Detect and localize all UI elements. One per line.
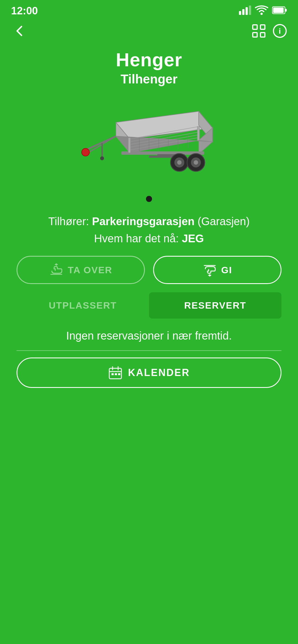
trailer-image	[72, 100, 226, 183]
svg-text:i: i	[279, 27, 281, 35]
who-has-prefix: Hvem har det nå:	[94, 232, 182, 245]
top-nav: i	[0, 19, 298, 46]
carousel-dots	[0, 191, 298, 210]
carousel-dot-1[interactable]	[146, 196, 152, 202]
info-text-section: Tilhører: Parkeringsgarasjen (Garasjen) …	[0, 210, 298, 253]
signal-icon	[239, 6, 251, 16]
svg-point-42	[82, 148, 89, 156]
svg-point-38	[194, 160, 198, 165]
ta-over-button[interactable]: TA OVER	[17, 256, 145, 284]
image-section	[0, 86, 298, 191]
item-subtitle: Tilhenger	[11, 72, 287, 86]
svg-line-40	[86, 136, 116, 154]
info-button[interactable]: i	[273, 24, 287, 39]
svg-rect-10	[253, 33, 257, 37]
svg-point-4	[260, 13, 263, 15]
expand-button[interactable]	[252, 24, 266, 39]
title-section: Henger Tilhenger	[0, 46, 298, 86]
reservation-text: Ingen reservasjoner i nær fremtid.	[0, 327, 298, 348]
svg-rect-3	[249, 6, 251, 15]
svg-rect-11	[260, 33, 265, 37]
reservert-label: RESERVERT	[184, 300, 246, 311]
divider	[17, 350, 281, 351]
svg-rect-46	[197, 127, 199, 140]
utplassert-button[interactable]: UTPLASSERT	[17, 292, 149, 319]
back-button[interactable]	[11, 22, 29, 41]
svg-point-35	[177, 160, 182, 165]
belongs-prefix: Tilhører:	[48, 215, 92, 227]
svg-rect-52	[115, 373, 117, 375]
reservation-info: Ingen reservasjoner i nær fremtid.	[17, 330, 281, 342]
svg-rect-6	[273, 7, 284, 13]
gi-label: GI	[221, 265, 232, 275]
belongs-text: Tilhører: Parkeringsgarasjen (Garasjen)	[17, 213, 281, 230]
svg-rect-7	[285, 9, 287, 12]
svg-rect-8	[253, 25, 257, 29]
who-has-text: Hvem har det nå: JEG	[17, 232, 281, 245]
svg-rect-51	[111, 373, 114, 375]
svg-rect-1	[242, 9, 244, 15]
svg-rect-9	[260, 25, 265, 29]
status-bar: 12:00	[0, 0, 298, 19]
belongs-place: Parkeringsgarasjen	[92, 215, 195, 227]
top-nav-right: i	[252, 24, 287, 39]
kalender-label: KALENDER	[128, 367, 190, 378]
svg-rect-45	[128, 138, 131, 153]
status-icons	[239, 5, 287, 16]
svg-rect-53	[118, 373, 120, 375]
status-time: 12:00	[11, 5, 38, 17]
who-has-value: JEG	[182, 232, 204, 245]
battery-icon	[272, 6, 287, 15]
status-toggle: UTPLASSERT RESERVERT	[0, 290, 298, 327]
reservert-button[interactable]: RESERVERT	[149, 292, 281, 319]
ta-over-label: TA OVER	[68, 265, 112, 275]
action-buttons: TA OVER GI	[0, 253, 298, 290]
wifi-icon	[255, 5, 268, 16]
gi-button[interactable]: GI	[153, 256, 281, 284]
calendar-button-wrap: KALENDER	[0, 358, 298, 399]
svg-point-44	[100, 156, 104, 160]
utplassert-label: UTPLASSERT	[49, 300, 117, 311]
item-title: Henger	[11, 49, 287, 70]
calendar-button[interactable]: KALENDER	[17, 358, 281, 388]
svg-rect-0	[239, 11, 241, 15]
belongs-suffix: (Garasjen)	[195, 215, 250, 227]
svg-rect-2	[246, 7, 248, 15]
